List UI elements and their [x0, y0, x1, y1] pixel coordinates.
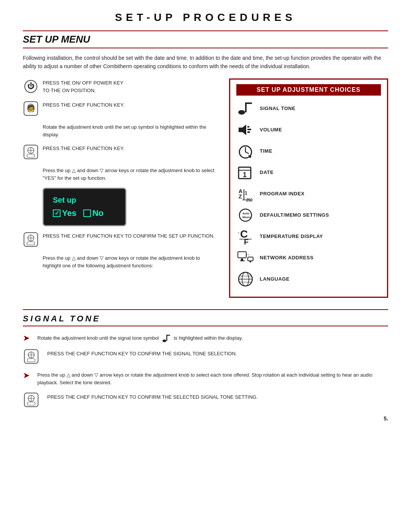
svg-text:°: °	[238, 232, 239, 236]
program-index-icon: A Z 1 250	[236, 185, 255, 202]
network-svg	[237, 250, 254, 265]
chef-function-svg-1: 🧑	[23, 101, 38, 116]
svg-text:250: 250	[246, 198, 253, 202]
step-4b-block: Press the up △ and down ▽ arrow keys or …	[43, 254, 218, 270]
svg-rect-21	[247, 131, 250, 133]
arrow-icon-1: ➤	[23, 333, 33, 343]
step-3b-text: Press the up △ and down ▽ arrow keys or …	[43, 166, 218, 182]
language-icon	[236, 271, 255, 288]
svg-rect-19	[247, 126, 249, 128]
step-3: PRESS THE CHEF FUNCTION KEY.	[23, 144, 218, 160]
musical-note-icon	[237, 101, 254, 116]
chef-function-svg-4	[24, 349, 39, 364]
display-choices: Yes No	[53, 208, 116, 218]
step-2b-text: Rotate the adjustment knob until the set…	[43, 123, 218, 139]
default-memo-svg: Auto Memo	[237, 207, 254, 224]
volume-svg-icon	[237, 122, 254, 137]
svg-rect-65	[27, 402, 35, 405]
display-title: Set up	[53, 196, 116, 204]
time-label: TIME	[260, 148, 272, 154]
svg-rect-47	[250, 261, 251, 262]
globe-icon	[237, 271, 254, 288]
no-label: No	[92, 208, 104, 218]
svg-rect-9	[27, 154, 35, 157]
adj-network-address: NETWORK ADDRESS	[236, 249, 381, 266]
chef-key-icon-1: 🧑	[23, 101, 39, 117]
svg-text:1: 1	[242, 171, 246, 179]
no-checkbox	[83, 209, 91, 217]
language-label: LANGUAGE	[260, 276, 290, 282]
page-number: 5.	[23, 415, 388, 422]
power-on-icon: ⏻	[23, 78, 39, 94]
clock-icon	[237, 144, 254, 159]
setup-display-screen: Set up Yes No	[43, 188, 126, 226]
svg-rect-17	[245, 102, 252, 104]
adj-language: LANGUAGE	[236, 271, 381, 288]
signal-step-1: ➤ Rotate the adjustment knob until the s…	[23, 332, 388, 343]
volume-icon	[236, 121, 255, 138]
left-column: ⏻ PRESS THE ON/ OFF POWER KEY TO THE ON …	[23, 78, 218, 298]
svg-rect-41	[238, 252, 246, 258]
adjustment-choices-title: SET UP ADJUSTMENT CHOICES	[236, 84, 381, 96]
chef-key-icon-5	[23, 392, 40, 408]
signal-step-1a: Rotate the adjustment knob until the sig…	[37, 335, 159, 341]
signal-step-3-text: Press the up △ and down ▽ arrow keys or …	[37, 370, 388, 387]
signal-step-3: ➤ Press the up △ and down ▽ arrow keys o…	[23, 370, 388, 387]
temperature-display-icon: ° C F	[236, 228, 255, 245]
temperature-display-label: TEMPERATURE DISPLAY	[260, 233, 323, 239]
signal-step-4-text: PRESS THE CHEF FUNCTION KEY TO CONFIRM T…	[47, 392, 258, 401]
setup-menu-heading: SET UP MENU	[23, 34, 388, 45]
on-button-icon: ⏻	[24, 80, 37, 93]
adj-signal-tone: SIGNAL TONE	[236, 100, 381, 117]
chef-function-svg-3	[23, 232, 38, 247]
chef-function-svg-5	[24, 392, 39, 407]
step-3b-block: Press the up △ and down ▽ arrow keys or …	[43, 166, 218, 182]
signal-step-1-text: Rotate the adjustment knob until the sig…	[37, 332, 243, 343]
signal-step-2: PRESS THE CHEF FUNCTION KEY TO CONFIRM T…	[23, 348, 388, 364]
arrow-icon-2: ➤	[23, 371, 33, 380]
chef-key-icon-3	[23, 232, 39, 248]
signal-step-1b: is highlighted within the display.	[174, 335, 243, 341]
date-label: DATE	[260, 169, 274, 175]
date-icon: 1	[236, 164, 255, 181]
chef-key-icon-4	[23, 348, 40, 364]
setup-menu-header: SET UP MENU	[23, 30, 388, 48]
default-memo-label: DEFAULT/MEMO SETTINGS	[260, 212, 329, 218]
step-1: ⏻ PRESS THE ON/ OFF POWER KEY TO THE ON …	[23, 78, 218, 94]
inline-note-icon	[162, 334, 171, 343]
step-1-text: PRESS THE ON/ OFF POWER KEY TO THE ON PO…	[43, 78, 123, 94]
volume-label: VOLUME	[260, 127, 282, 133]
step-4b-text: Press the up △ and down ▽ arrow keys or …	[43, 254, 218, 270]
adjustment-choices-box: SET UP ADJUSTMENT CHOICES SIGNAL TONE	[229, 78, 389, 298]
yes-option: Yes	[53, 208, 76, 218]
adj-default-memo: Auto Memo DEFAULT/MEMO SETTINGS	[236, 207, 381, 224]
main-title: SET-UP PROCEDURES	[23, 11, 388, 24]
svg-point-15	[238, 110, 245, 115]
step-3-text: PRESS THE CHEF FUNCTION KEY.	[43, 144, 124, 152]
svg-rect-55	[166, 335, 170, 336]
chef-function-svg-2	[23, 144, 38, 160]
network-address-icon	[236, 249, 255, 266]
signal-tone-label: SIGNAL TONE	[260, 105, 296, 111]
intro-text: Following installation, the control shou…	[23, 54, 388, 71]
svg-point-53	[162, 339, 166, 342]
time-icon	[236, 143, 255, 160]
signal-tone-icon	[236, 100, 255, 117]
default-memo-icon: Auto Memo	[236, 207, 255, 224]
step-2-text: PRESS THE CHEF FUNCTION KEY.	[43, 101, 124, 109]
svg-point-34	[239, 209, 252, 221]
yes-checkbox	[53, 209, 61, 217]
adj-time: TIME	[236, 143, 381, 160]
adj-program-index: A Z 1 250 PROGRAM INDEX	[236, 185, 381, 202]
svg-rect-60	[27, 359, 35, 362]
step-2: 🧑 PRESS THE CHEF FUNCTION KEY.	[23, 101, 218, 117]
no-option: No	[83, 208, 104, 218]
svg-rect-20	[247, 129, 251, 130]
svg-text:Z: Z	[239, 193, 242, 200]
svg-line-24	[245, 152, 249, 153]
adj-volume: VOLUME	[236, 121, 381, 138]
signal-tone-heading: SIGNAL TONE	[23, 314, 388, 324]
step-4-text: PRESS THE CHEF FUNCTION KEY TO CONFIRM T…	[43, 232, 215, 240]
signal-step-2-text: PRESS THE CHEF FUNCTION KEY TO CONFIRM T…	[47, 348, 237, 358]
program-index-svg: A Z 1 250	[237, 185, 254, 202]
